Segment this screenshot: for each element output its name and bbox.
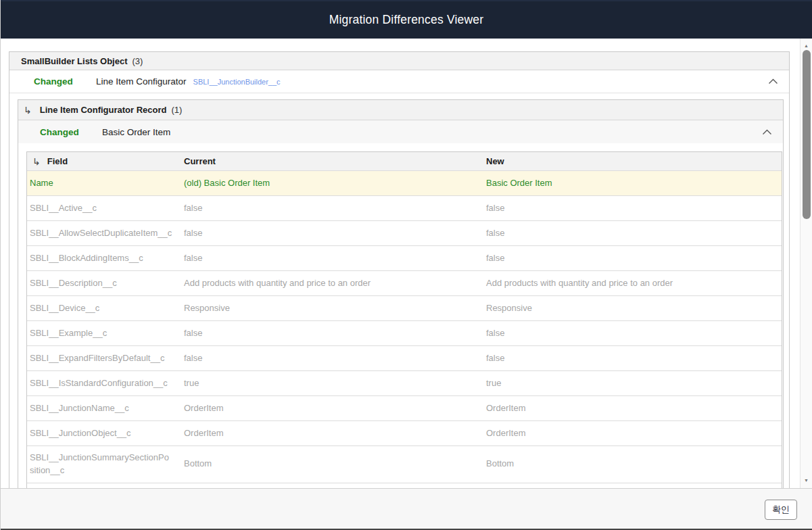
- new-value-cell: OrderItem: [483, 422, 782, 445]
- api-name-link[interactable]: SBLI__JunctionBuilder__c: [193, 78, 281, 86]
- current-value-cell: (old) Basic Order Item: [181, 172, 483, 195]
- current-column-header: Current: [181, 156, 483, 166]
- scroll-down-icon: ▼: [804, 478, 809, 483]
- record-group: ↳ Line Item Configurator Record (1) Chan…: [18, 99, 784, 488]
- scroll-down-button[interactable]: ▼: [801, 475, 812, 485]
- change-status-badge: Changed: [34, 76, 96, 87]
- field-name-cell: SBLI__JunctionSummary__c: [27, 483, 181, 488]
- field-name-cell: SBLI__JunctionSummarySectionPosition__c: [27, 446, 181, 483]
- current-value-cell: Bottom: [181, 452, 483, 476]
- current-value-cell: false: [181, 222, 483, 245]
- new-value-cell: false: [483, 222, 782, 245]
- content-scroll-region: SmallBuilder Lists Object (3) Changed Li…: [1, 39, 800, 488]
- record-group-count: (1): [172, 105, 183, 115]
- current-value-cell: false: [181, 322, 483, 345]
- table-row: SBLI__JunctionName__c OrderItem OrderIte…: [27, 395, 782, 420]
- field-name-cell: Name: [27, 172, 181, 195]
- table-row: SBLI__JunctionSummarySectionPosition__c …: [27, 445, 782, 483]
- field-name-cell: SBLI__Description__c: [27, 272, 181, 295]
- record-group-wrap: ↳ Line Item Configurator Record (1) Chan…: [18, 99, 784, 488]
- new-value-cell: Add products with quantity and price to …: [483, 272, 782, 295]
- dialog-titlebar: Migration Differences Viewer: [1, 0, 812, 39]
- current-value-cell: Add products with quantity and price to …: [181, 272, 483, 295]
- current-value-cell: Responsive: [181, 297, 483, 320]
- confirm-button[interactable]: 확인: [765, 500, 797, 520]
- table-row: SBLI__JunctionObject__c OrderItem OrderI…: [27, 420, 782, 445]
- chevron-up-icon: [762, 129, 772, 135]
- new-value-cell: Bottom: [483, 452, 782, 476]
- table-row: SBLI__Active__c false false: [27, 195, 782, 220]
- chevron-up-icon: [768, 78, 778, 85]
- diff-table-wrap: ↳ Field Current New Name (old) Basic Ord…: [26, 151, 782, 488]
- scrollbar-thumb[interactable]: [803, 50, 811, 219]
- collapse-toggle[interactable]: [762, 129, 772, 135]
- record-group-title: Line Item Configurator Record: [40, 105, 167, 115]
- table-row: SBLI__Device__c Responsive Responsive: [27, 295, 782, 320]
- object-group-title: SmallBuilder Lists Object: [21, 56, 128, 66]
- current-value-cell: false: [181, 483, 483, 488]
- new-value-cell: true: [483, 372, 782, 395]
- field-name-cell: SBLI__Device__c: [27, 297, 181, 320]
- change-status-badge: Changed: [40, 127, 102, 137]
- change-item-label: Line Item Configurator: [96, 76, 187, 87]
- table-row: SBLI__IsStandardConfiguration__c true tr…: [27, 370, 782, 395]
- field-name-cell: SBLI__JunctionName__c: [27, 397, 181, 420]
- new-value-cell: false: [483, 247, 782, 270]
- object-group-count: (3): [133, 56, 143, 66]
- field-header-label: Field: [47, 156, 68, 166]
- diff-table-body: Name (old) Basic Order Item Basic Order …: [27, 170, 782, 488]
- dialog-title: Migration Differences Viewer: [329, 13, 484, 27]
- diff-table: ↳ Field Current New Name (old) Basic Ord…: [26, 151, 782, 488]
- diff-table-header: ↳ Field Current New: [27, 152, 782, 170]
- field-name-cell: SBLI__JunctionObject__c: [27, 422, 181, 445]
- return-arrow-icon: ↳: [24, 105, 32, 116]
- field-name-cell: SBLI__Example__c: [27, 322, 181, 345]
- field-column-header: ↳ Field: [27, 156, 181, 167]
- object-group: SmallBuilder Lists Object (3) Changed Li…: [9, 51, 790, 488]
- table-row: SBLI__Example__c false false: [27, 320, 782, 345]
- field-name-cell: SBLI__AllowSelectDuplicateItem__c: [27, 222, 181, 245]
- current-value-cell: OrderItem: [181, 397, 483, 420]
- vertical-scrollbar[interactable]: ▲ ▼: [800, 39, 812, 488]
- current-value-cell: false: [181, 247, 483, 270]
- new-value-cell: false: [483, 483, 782, 488]
- field-name-cell: SBLI__ExpandFiltersByDefault__c: [27, 347, 181, 370]
- object-change-row[interactable]: Changed Line Item Configurator SBLI__Jun…: [9, 70, 789, 93]
- table-row: Name (old) Basic Order Item Basic Order …: [27, 170, 782, 195]
- return-arrow-icon: ↳: [32, 156, 41, 167]
- new-value-cell: false: [483, 197, 782, 220]
- scroll-up-button[interactable]: ▲: [801, 40, 812, 51]
- content-area: SmallBuilder Lists Object (3) Changed Li…: [1, 39, 812, 488]
- collapse-toggle[interactable]: [768, 78, 778, 85]
- table-row: SBLI__AllowSelectDuplicateItem__c false …: [27, 220, 782, 245]
- new-value-cell: false: [483, 347, 782, 370]
- new-column-header: New: [483, 156, 782, 166]
- current-value-cell: OrderItem: [181, 422, 483, 445]
- table-row: SBLI__JunctionSummary__c false false: [27, 483, 782, 488]
- record-group-header: ↳ Line Item Configurator Record (1): [18, 100, 783, 120]
- scroll-up-icon: ▲: [804, 43, 809, 48]
- table-row: SBLI__ExpandFiltersByDefault__c false fa…: [27, 345, 782, 370]
- object-group-header: SmallBuilder Lists Object (3): [9, 52, 789, 70]
- field-name-cell: SBLI__Active__c: [27, 197, 181, 220]
- current-value-cell: false: [181, 197, 483, 220]
- table-row: SBLI__BlockAddingItems__c false false: [27, 245, 782, 270]
- current-value-cell: true: [181, 372, 483, 395]
- new-value-cell: Basic Order Item: [483, 172, 782, 195]
- dialog-footer: 확인: [1, 488, 812, 530]
- current-value-cell: false: [181, 347, 483, 370]
- new-value-cell: Responsive: [483, 297, 782, 320]
- field-name-cell: SBLI__IsStandardConfiguration__c: [27, 372, 181, 395]
- new-value-cell: false: [483, 322, 782, 345]
- new-value-cell: OrderItem: [483, 397, 782, 420]
- table-row: SBLI__Description__c Add products with q…: [27, 270, 782, 295]
- record-change-row[interactable]: Changed Basic Order Item: [18, 120, 783, 143]
- field-name-cell: SBLI__BlockAddingItems__c: [27, 247, 181, 270]
- change-item-label: Basic Order Item: [102, 127, 170, 137]
